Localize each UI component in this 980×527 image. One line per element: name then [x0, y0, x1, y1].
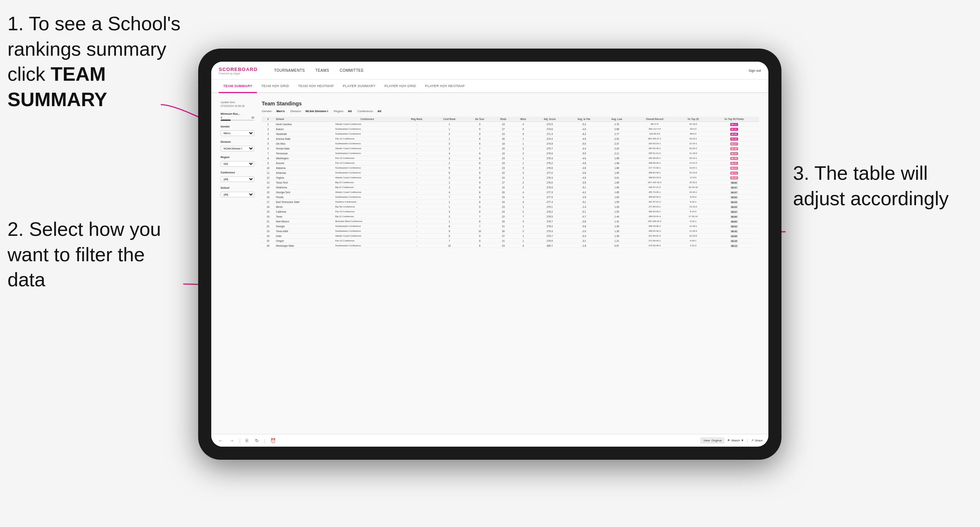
cell-rnds: 22: [493, 170, 513, 175]
cell-record: 4-21-0: [677, 243, 709, 248]
cell-confrank: 1: [433, 127, 466, 132]
logo-sub: Powered by clippd: [219, 72, 258, 75]
cell-school: North Carolina: [274, 122, 334, 127]
nav-committee[interactable]: COMMITTEE: [334, 62, 369, 79]
school-select[interactable]: (All): [221, 192, 254, 197]
instruction-2: 2. Select how you want to filter the dat…: [8, 217, 187, 293]
slider-range: 4 30: [221, 116, 254, 119]
cell-confrank: 2: [433, 132, 466, 137]
tab-team-h2h-grid[interactable]: TEAM H2H GRID: [257, 79, 294, 93]
nav-teams[interactable]: TEAMS: [310, 62, 334, 79]
cell-rag: -: [401, 214, 433, 219]
cell-rag: -: [401, 224, 433, 229]
cell-avgpar: -4.4: [566, 146, 601, 151]
tab-player-summary[interactable]: PLAYER SUMMARY: [338, 79, 380, 93]
cell-avglow: 1.53: [601, 209, 632, 214]
cell-num: 10: [262, 165, 274, 170]
cell-notour: 8: [466, 175, 493, 180]
refresh-button[interactable]: ↻: [253, 437, 260, 444]
cell-rag: -: [401, 141, 433, 146]
cell-overall: 260 117-4-0: [632, 127, 677, 132]
copy-button[interactable]: ⎘: [244, 437, 250, 444]
table-row: 10 Alabama Southeastern Conference - 5 6…: [262, 165, 759, 170]
undo-button[interactable]: ←: [217, 437, 224, 444]
cell-avglow: 2.70: [601, 122, 632, 127]
cell-points: 80.04: [709, 165, 759, 170]
cell-avgpar: -0.4: [566, 233, 601, 238]
cell-avgpar: -5.2: [566, 122, 601, 127]
watch-button[interactable]: 👁 Watch ▼: [727, 439, 744, 442]
view-original-button[interactable]: View: Original: [701, 438, 724, 443]
cell-rag: -: [401, 205, 433, 209]
cell-confrank: 7: [433, 195, 466, 200]
cell-avgpar: -1.4: [566, 205, 601, 209]
cell-confrank: 1: [433, 180, 466, 185]
division-select[interactable]: NCAA Division I NCAA Division II NCAA Di…: [221, 146, 254, 151]
cell-rnds: 24: [493, 195, 513, 200]
table-row: 23 Texas A&M Southeastern Conference - 9…: [262, 229, 759, 233]
cell-record: 8-14-0: [677, 209, 709, 214]
cell-avglow: 1.55: [601, 200, 632, 205]
cell-num: 25: [262, 238, 274, 243]
share-button[interactable]: ↗ Share: [751, 439, 763, 442]
tab-player-h2h-grid[interactable]: PLAYER H2H GRID: [380, 79, 421, 93]
cell-notour: 9: [466, 195, 493, 200]
cell-conf: Southeastern Conference: [334, 195, 401, 200]
cell-wins: 4: [513, 190, 533, 195]
cell-num: 7: [262, 151, 274, 156]
cell-num: 3: [262, 132, 274, 137]
clock-button[interactable]: ⏰: [269, 437, 277, 444]
division-label: Division: [221, 141, 254, 143]
cell-points: 68.27: [709, 209, 759, 214]
tab-team-summary[interactable]: TEAM SUMMARY: [219, 79, 257, 93]
table-row: 6 Florida State Atlantic Coast Conferenc…: [262, 146, 759, 151]
cell-wins: 2: [513, 229, 533, 233]
cell-overall: 255 61-21-0: [632, 151, 677, 156]
gender-select[interactable]: Men's Women's: [221, 130, 254, 136]
bottom-toolbar: ← → | ⎘ ↻ | ⏰ View: Original 👁 Watch ▼ |…: [211, 434, 768, 447]
cell-record: 23-13-0: [677, 170, 709, 175]
cell-school: Illinois: [274, 205, 334, 209]
cell-points: 62.98: [709, 233, 759, 238]
cell-num: 19: [262, 209, 274, 214]
cell-points: 69.24: [709, 205, 759, 209]
table-row: 24 Duke Atlantic Coast Conference - 5 9 …: [262, 233, 759, 238]
redo-button[interactable]: →: [228, 437, 235, 444]
nav-links: TOURNAMENTS TEAMS COMMITTEE: [269, 62, 749, 79]
cell-avgpar: -5.0: [566, 141, 601, 146]
sign-out-link[interactable]: Sign out: [749, 69, 761, 73]
conference-display: Conference: All: [358, 110, 381, 113]
rounding-slider[interactable]: [221, 120, 254, 121]
table-row: 5 Ole Miss Southeastern Conference - 3 6…: [262, 141, 759, 146]
cell-avgpar: -4.2: [566, 190, 601, 195]
tab-player-h2h-heatmap[interactable]: PLAYER H2H HEATMAP: [421, 79, 469, 93]
cell-avgpar: -5.1: [566, 200, 601, 205]
col-conf: Conference: [334, 117, 401, 122]
cell-school: Ole Miss: [274, 141, 334, 146]
cell-confrank: 2: [433, 161, 466, 165]
cell-overall: 267 104-42-3: [632, 180, 677, 185]
cell-rag: -: [401, 219, 433, 224]
cell-record: 30-4-0: [677, 127, 709, 132]
cell-avglow: 1.63: [601, 195, 632, 200]
tablet-frame: SCOREBOARD Powered by clippd TOURNAMENTS…: [198, 49, 781, 460]
cell-points: 89.11: [709, 122, 759, 127]
cell-conf: Big Ten Conference: [334, 205, 401, 209]
cell-rnds: 23: [493, 161, 513, 165]
cell-points: 66.16: [709, 200, 759, 205]
cell-num: 2: [262, 127, 274, 132]
conference-select[interactable]: (All): [221, 176, 254, 182]
cell-avgpar: -4.0: [566, 127, 601, 132]
cell-avglow: 2.52: [601, 137, 632, 141]
table-row: 12 Virginia Atlantic Coast Conference - …: [262, 175, 759, 180]
region-select[interactable]: N/A: [221, 161, 254, 167]
cell-wins: 1: [513, 141, 533, 146]
nav-tournaments[interactable]: TOURNAMENTS: [269, 62, 310, 79]
cell-record: 11-28-3: [677, 229, 709, 233]
tab-team-h2h-heatmap[interactable]: TEAM H2H HEATMAP: [294, 79, 338, 93]
cell-adjscore: 274.8: [533, 141, 566, 146]
cell-rnds: 23: [493, 205, 513, 209]
cell-avglow: 1.90: [601, 170, 632, 175]
cell-points: 80.08: [709, 175, 759, 180]
col-rag: Rag Rank: [401, 117, 433, 122]
